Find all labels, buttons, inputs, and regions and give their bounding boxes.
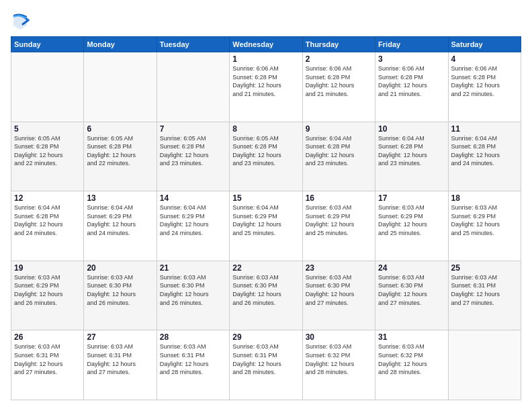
day-number: 5 [14, 124, 81, 134]
day-number: 17 [378, 193, 445, 203]
calendar-cell: 25Sunrise: 6:03 AMSunset: 6:31 PMDayligh… [448, 261, 521, 330]
day-number: 31 [378, 332, 445, 342]
day-number: 27 [87, 332, 153, 342]
calendar-cell: 13Sunrise: 6:04 AMSunset: 6:29 PMDayligh… [84, 191, 157, 261]
calendar-week-1: 1Sunrise: 6:06 AMSunset: 6:28 PMDaylight… [11, 52, 521, 122]
weekday-header-monday: Monday [84, 37, 157, 52]
calendar-cell: 31Sunrise: 6:03 AMSunset: 6:32 PMDayligh… [375, 330, 448, 400]
day-number: 25 [451, 263, 518, 273]
calendar-cell [84, 52, 157, 122]
day-info: Sunrise: 6:03 AMSunset: 6:29 PMDaylight:… [378, 203, 445, 237]
day-number: 6 [87, 124, 153, 134]
day-number: 15 [232, 193, 299, 203]
calendar-week-3: 12Sunrise: 6:04 AMSunset: 6:28 PMDayligh… [11, 191, 521, 261]
calendar-cell: 14Sunrise: 6:04 AMSunset: 6:29 PMDayligh… [157, 191, 229, 261]
calendar-cell: 10Sunrise: 6:04 AMSunset: 6:28 PMDayligh… [375, 122, 448, 191]
day-info: Sunrise: 6:03 AMSunset: 6:30 PMDaylight:… [306, 273, 372, 307]
calendar-cell: 1Sunrise: 6:06 AMSunset: 6:28 PMDaylight… [230, 52, 302, 122]
day-info: Sunrise: 6:03 AMSunset: 6:30 PMDaylight:… [378, 273, 445, 307]
day-info: Sunrise: 6:06 AMSunset: 6:28 PMDaylight:… [378, 64, 445, 98]
weekday-header-tuesday: Tuesday [157, 37, 229, 52]
day-number: 19 [14, 263, 81, 273]
day-number: 16 [306, 193, 372, 203]
calendar-cell: 11Sunrise: 6:04 AMSunset: 6:28 PMDayligh… [448, 122, 521, 191]
day-number: 10 [378, 124, 445, 134]
day-number: 21 [160, 263, 226, 273]
day-info: Sunrise: 6:03 AMSunset: 6:31 PMDaylight:… [160, 342, 226, 376]
calendar-cell: 23Sunrise: 6:03 AMSunset: 6:30 PMDayligh… [302, 261, 375, 330]
day-number: 4 [451, 54, 518, 64]
calendar-cell: 24Sunrise: 6:03 AMSunset: 6:30 PMDayligh… [375, 261, 448, 330]
calendar-cell: 8Sunrise: 6:05 AMSunset: 6:28 PMDaylight… [230, 122, 302, 191]
day-number: 29 [232, 332, 299, 342]
day-info: Sunrise: 6:04 AMSunset: 6:28 PMDaylight:… [306, 134, 372, 168]
page: SundayMondayTuesdayWednesdayThursdayFrid… [0, 0, 532, 411]
day-info: Sunrise: 6:03 AMSunset: 6:31 PMDaylight:… [87, 342, 153, 376]
calendar-cell: 26Sunrise: 6:03 AMSunset: 6:31 PMDayligh… [11, 330, 84, 400]
day-number: 13 [87, 193, 153, 203]
calendar-cell: 16Sunrise: 6:03 AMSunset: 6:29 PMDayligh… [302, 191, 375, 261]
calendar-cell: 12Sunrise: 6:04 AMSunset: 6:28 PMDayligh… [11, 191, 84, 261]
calendar-cell: 29Sunrise: 6:03 AMSunset: 6:31 PMDayligh… [230, 330, 302, 400]
weekday-header-row: SundayMondayTuesdayWednesdayThursdayFrid… [11, 37, 521, 52]
calendar-cell: 17Sunrise: 6:03 AMSunset: 6:29 PMDayligh… [375, 191, 448, 261]
calendar-cell: 18Sunrise: 6:03 AMSunset: 6:29 PMDayligh… [448, 191, 521, 261]
header [11, 11, 521, 30]
calendar-week-5: 26Sunrise: 6:03 AMSunset: 6:31 PMDayligh… [11, 330, 521, 400]
day-number: 18 [451, 193, 518, 203]
calendar-cell: 22Sunrise: 6:03 AMSunset: 6:30 PMDayligh… [230, 261, 302, 330]
weekday-header-wednesday: Wednesday [230, 37, 302, 52]
day-info: Sunrise: 6:05 AMSunset: 6:28 PMDaylight:… [87, 134, 153, 168]
day-number: 28 [160, 332, 226, 342]
day-info: Sunrise: 6:03 AMSunset: 6:30 PMDaylight:… [232, 273, 299, 307]
calendar-cell [157, 52, 229, 122]
day-info: Sunrise: 6:03 AMSunset: 6:29 PMDaylight:… [451, 203, 518, 237]
day-number: 23 [306, 263, 372, 273]
day-info: Sunrise: 6:05 AMSunset: 6:28 PMDaylight:… [232, 134, 299, 168]
calendar-cell: 7Sunrise: 6:05 AMSunset: 6:28 PMDaylight… [157, 122, 229, 191]
day-info: Sunrise: 6:04 AMSunset: 6:29 PMDaylight:… [87, 203, 153, 237]
day-info: Sunrise: 6:04 AMSunset: 6:29 PMDaylight:… [232, 203, 299, 237]
day-number: 9 [306, 124, 372, 134]
day-number: 2 [306, 54, 372, 64]
day-number: 14 [160, 193, 226, 203]
weekday-header-sunday: Sunday [11, 37, 84, 52]
calendar-cell: 21Sunrise: 6:03 AMSunset: 6:30 PMDayligh… [157, 261, 229, 330]
calendar-cell: 9Sunrise: 6:04 AMSunset: 6:28 PMDaylight… [302, 122, 375, 191]
day-info: Sunrise: 6:06 AMSunset: 6:28 PMDaylight:… [451, 64, 518, 98]
day-number: 12 [14, 193, 81, 203]
day-info: Sunrise: 6:03 AMSunset: 6:32 PMDaylight:… [378, 342, 445, 376]
calendar-cell: 28Sunrise: 6:03 AMSunset: 6:31 PMDayligh… [157, 330, 229, 400]
weekday-header-thursday: Thursday [302, 37, 375, 52]
day-number: 26 [14, 332, 81, 342]
day-info: Sunrise: 6:06 AMSunset: 6:28 PMDaylight:… [232, 64, 299, 98]
calendar-cell [448, 330, 521, 400]
day-info: Sunrise: 6:04 AMSunset: 6:29 PMDaylight:… [160, 203, 226, 237]
day-info: Sunrise: 6:04 AMSunset: 6:28 PMDaylight:… [14, 203, 81, 237]
logo [11, 11, 32, 30]
day-info: Sunrise: 6:03 AMSunset: 6:31 PMDaylight:… [14, 342, 81, 376]
day-number: 20 [87, 263, 153, 273]
calendar-cell: 15Sunrise: 6:04 AMSunset: 6:29 PMDayligh… [230, 191, 302, 261]
day-info: Sunrise: 6:03 AMSunset: 6:31 PMDaylight:… [451, 273, 518, 307]
calendar-cell: 3Sunrise: 6:06 AMSunset: 6:28 PMDaylight… [375, 52, 448, 122]
day-number: 8 [232, 124, 299, 134]
day-number: 24 [378, 263, 445, 273]
day-number: 22 [232, 263, 299, 273]
day-number: 3 [378, 54, 445, 64]
day-info: Sunrise: 6:03 AMSunset: 6:31 PMDaylight:… [232, 342, 299, 376]
day-info: Sunrise: 6:04 AMSunset: 6:28 PMDaylight:… [451, 134, 518, 168]
day-number: 30 [306, 332, 372, 342]
calendar-week-4: 19Sunrise: 6:03 AMSunset: 6:29 PMDayligh… [11, 261, 521, 330]
weekday-header-saturday: Saturday [448, 37, 521, 52]
day-info: Sunrise: 6:03 AMSunset: 6:29 PMDaylight:… [306, 203, 372, 237]
calendar-cell: 30Sunrise: 6:03 AMSunset: 6:32 PMDayligh… [302, 330, 375, 400]
calendar-cell: 2Sunrise: 6:06 AMSunset: 6:28 PMDaylight… [302, 52, 375, 122]
day-info: Sunrise: 6:03 AMSunset: 6:32 PMDaylight:… [306, 342, 372, 376]
logo-icon [11, 11, 30, 30]
day-info: Sunrise: 6:05 AMSunset: 6:28 PMDaylight:… [160, 134, 226, 168]
day-info: Sunrise: 6:06 AMSunset: 6:28 PMDaylight:… [306, 64, 372, 98]
calendar-cell: 5Sunrise: 6:05 AMSunset: 6:28 PMDaylight… [11, 122, 84, 191]
weekday-header-friday: Friday [375, 37, 448, 52]
day-info: Sunrise: 6:03 AMSunset: 6:29 PMDaylight:… [14, 273, 81, 307]
